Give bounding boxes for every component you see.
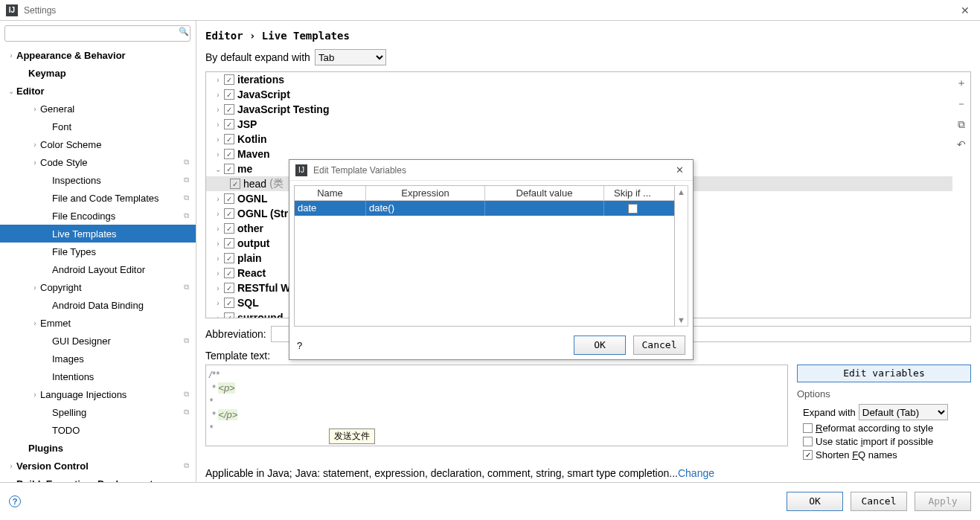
- options-title: Options: [797, 388, 971, 399]
- template-group[interactable]: ›✓JavaScript Testing: [206, 102, 952, 117]
- help-icon[interactable]: ?: [297, 340, 302, 351]
- checkbox-reformat[interactable]: [803, 423, 813, 433]
- expand-default-select[interactable]: Tab: [315, 49, 386, 65]
- sidebar-item[interactable]: File Types: [0, 243, 196, 260]
- sidebar-item[interactable]: Inspections⧉: [0, 171, 196, 189]
- sidebar-item[interactable]: TODO: [0, 421, 196, 439]
- close-icon[interactable]: ✕: [673, 164, 687, 176]
- undo-icon[interactable]: ↶: [957, 138, 966, 150]
- template-group[interactable]: ›✓JSP: [206, 117, 952, 132]
- col-name: Name: [295, 186, 366, 200]
- sidebar-item[interactable]: ›Code Style⧉: [0, 153, 196, 171]
- expand-with-label: Expand with: [803, 407, 856, 418]
- window-title: Settings: [24, 5, 956, 16]
- expand-default-label: By default expand with: [205, 51, 310, 63]
- expand-with-select[interactable]: Default (Tab): [859, 404, 948, 420]
- sidebar-item[interactable]: ⌄Editor: [0, 82, 196, 100]
- settings-tree[interactable]: ›Appearance & BehaviorKeymap⌄Editor›Gene…: [0, 46, 196, 482]
- close-icon[interactable]: ✕: [956, 4, 974, 16]
- sidebar-item[interactable]: Live Templates: [0, 225, 196, 243]
- copy-icon[interactable]: ⧉: [958, 118, 965, 131]
- sidebar-item[interactable]: ›Appearance & Behavior: [0, 46, 196, 64]
- help-icon[interactable]: ?: [9, 495, 21, 507]
- search-icon: 🔍: [179, 27, 189, 36]
- sidebar-item[interactable]: Images: [0, 350, 196, 367]
- dialog-cancel-button[interactable]: Cancel: [633, 336, 685, 355]
- sidebar-item[interactable]: ›Language Injections⧉: [0, 385, 196, 403]
- sidebar-item[interactable]: ›Emmet: [0, 314, 196, 332]
- scrollbar[interactable]: ▲▼: [675, 185, 688, 327]
- template-text-label: Template text:: [205, 350, 270, 362]
- edit-variables-button[interactable]: Edit variables: [797, 365, 971, 382]
- template-group[interactable]: ›✓JavaScript: [206, 87, 952, 102]
- sidebar-item[interactable]: Keymap: [0, 64, 196, 82]
- dialog-ok-button[interactable]: OK: [574, 336, 626, 355]
- sidebar-item[interactable]: ›Color Scheme: [0, 135, 196, 153]
- template-group[interactable]: ›✓Kotlin: [206, 132, 952, 147]
- sidebar-item[interactable]: ›Copyright⧉: [0, 278, 196, 296]
- sidebar-item[interactable]: ›General: [0, 100, 196, 118]
- apply-button[interactable]: Apply: [915, 492, 971, 511]
- search-input[interactable]: [4, 25, 190, 42]
- dialog-title: Edit Template Variables: [313, 165, 673, 176]
- sidebar-item[interactable]: ›Build, Execution, Deployment: [0, 475, 196, 482]
- checkbox-shorten-fq[interactable]: ✓: [803, 450, 813, 460]
- template-group[interactable]: ›✓iterations: [206, 72, 952, 87]
- table-row[interactable]: date date(): [295, 201, 674, 216]
- sidebar-item[interactable]: GUI Designer⧉: [0, 332, 196, 350]
- col-default: Default value: [485, 186, 604, 200]
- sidebar-item[interactable]: File and Code Templates⧉: [0, 189, 196, 207]
- checkbox-static-import[interactable]: [803, 437, 813, 446]
- sidebar-item[interactable]: Plugins: [0, 439, 196, 457]
- sidebar-item[interactable]: Android Data Binding: [0, 296, 196, 314]
- sidebar-item[interactable]: ›Version Control⧉: [0, 457, 196, 475]
- edit-template-variables-dialog: IJ Edit Template Variables ✕ Name Expres…: [289, 159, 694, 360]
- app-icon: IJ: [6, 4, 18, 16]
- cancel-button[interactable]: Cancel: [851, 492, 907, 511]
- sidebar-item[interactable]: Android Layout Editor: [0, 260, 196, 278]
- sidebar-item[interactable]: Spelling⧉: [0, 403, 196, 421]
- sidebar-item[interactable]: File Encodings⧉: [0, 207, 196, 225]
- change-link[interactable]: Change: [678, 467, 714, 479]
- col-skip: Skip if ...: [604, 186, 661, 200]
- app-icon: IJ: [295, 164, 307, 176]
- checkbox-skip[interactable]: [628, 204, 638, 214]
- sidebar-item[interactable]: Intentions: [0, 367, 196, 385]
- abbreviation-label: Abbreviation:: [205, 328, 266, 340]
- add-icon[interactable]: ＋: [956, 77, 967, 90]
- applicable-text: Applicable in Java; Java: statement, exp…: [205, 467, 678, 479]
- breadcrumb: Editor › Live Templates: [205, 27, 971, 49]
- col-expression: Expression: [366, 186, 485, 200]
- remove-icon[interactable]: －: [956, 97, 967, 111]
- template-text-area[interactable]: /** * <p> * * </p> *: [205, 365, 788, 446]
- sidebar-item[interactable]: Font: [0, 118, 196, 135]
- variables-table[interactable]: Name Expression Default value Skip if ..…: [294, 185, 675, 327]
- ok-button[interactable]: OK: [787, 492, 843, 511]
- tooltip: 发送文件: [329, 428, 375, 444]
